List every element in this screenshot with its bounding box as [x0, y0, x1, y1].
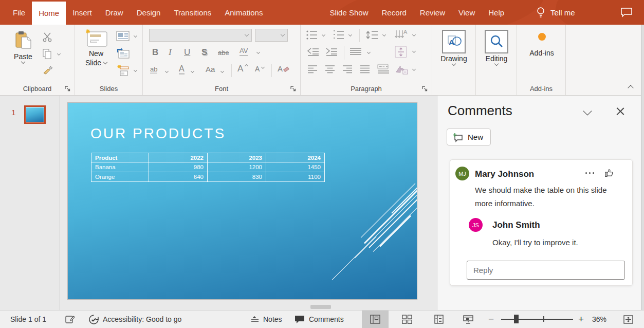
layout-button[interactable]	[116, 31, 130, 41]
copy-button[interactable]	[42, 48, 52, 60]
line-spacing-button[interactable]	[365, 29, 379, 41]
font-color-button[interactable]: A	[179, 65, 185, 75]
bullets-button[interactable]	[306, 30, 318, 40]
decrease-indent-button[interactable]	[307, 47, 319, 57]
like-icon[interactable]	[604, 168, 614, 177]
highlight-button[interactable]: ab	[150, 66, 157, 74]
slideshow-button[interactable]	[463, 311, 474, 328]
table-header-cell[interactable]: Product	[91, 153, 149, 162]
align-text-chevron-icon[interactable]	[412, 49, 416, 53]
display-settings-icon[interactable]	[65, 311, 75, 328]
drawing-button[interactable]: A Drawing	[439, 30, 468, 65]
align-left-button[interactable]	[307, 65, 318, 74]
slide-sorter-view-button[interactable]	[394, 311, 420, 328]
zoom-level[interactable]: 36%	[592, 311, 606, 328]
more-options-icon[interactable]	[585, 172, 594, 174]
zoom-slider-track[interactable]	[501, 319, 573, 320]
zoom-slider-thumb[interactable]	[514, 315, 519, 323]
font-dialog-launcher[interactable]	[290, 85, 297, 92]
increase-indent-button[interactable]	[325, 47, 338, 57]
section-chevron-icon[interactable]	[134, 68, 137, 72]
chevron-down-icon[interactable]	[583, 107, 592, 116]
table-cell[interactable]: 980	[149, 162, 208, 172]
columns-button[interactable]	[349, 47, 362, 57]
table-cell[interactable]: 1200	[208, 162, 266, 172]
comment-card[interactable]: MJ Mary Johnson We should make the table…	[450, 159, 633, 286]
table-cell[interactable]: Orange	[91, 172, 149, 182]
numbering-button[interactable]	[333, 30, 345, 40]
text-direction-chevron-icon[interactable]	[412, 33, 416, 37]
underline-button[interactable]: U	[184, 48, 190, 57]
tell-me[interactable]: Tell me	[536, 0, 575, 25]
table-cell[interactable]: 1100	[266, 172, 325, 182]
shrink-font-button[interactable]: A	[255, 65, 260, 72]
tab-animations[interactable]: Animations	[218, 0, 269, 25]
distribute-button[interactable]	[377, 64, 390, 75]
table-cell[interactable]: 830	[208, 172, 266, 182]
section-button[interactable]	[116, 64, 130, 77]
tab-draw[interactable]: Draw	[99, 0, 130, 25]
new-slide-button[interactable]: New Slide	[80, 29, 112, 67]
zoom-out-button[interactable]: −	[488, 311, 494, 328]
tab-slide-show[interactable]: Slide Show	[323, 0, 375, 25]
line-spacing-chevron-icon[interactable]	[382, 33, 386, 37]
slide-counter[interactable]: Slide 1 of 1	[10, 311, 46, 328]
format-painter-button[interactable]	[42, 66, 53, 76]
columns-chevron-icon[interactable]	[367, 50, 371, 54]
text-shadow-button[interactable]: S	[201, 48, 207, 57]
notes-toggle[interactable]: Notes	[250, 311, 282, 328]
tab-home[interactable]: Home	[32, 2, 66, 25]
table-header-cell[interactable]: 2022	[149, 153, 208, 162]
font-name-combo[interactable]	[149, 29, 252, 42]
table-cell[interactable]: Banana	[91, 162, 149, 172]
feedback-icon[interactable]	[620, 7, 633, 17]
tab-transitions[interactable]: Transitions	[167, 0, 218, 25]
char-spacing-chevron-icon[interactable]	[256, 50, 260, 54]
reset-slide-button[interactable]	[116, 47, 130, 60]
slide-canvas[interactable]: OUR PRODUCTS Product 2022 2023 2024 Bana…	[67, 102, 417, 300]
reading-view-button[interactable]	[426, 311, 452, 328]
cut-button[interactable]	[42, 32, 53, 42]
highlight-chevron-icon[interactable]	[165, 69, 169, 73]
tab-review[interactable]: Review	[413, 0, 452, 25]
tab-insert[interactable]: Insert	[66, 0, 99, 25]
font-size-combo[interactable]	[255, 29, 288, 42]
table-cell[interactable]: 640	[149, 172, 208, 182]
align-right-button[interactable]	[342, 65, 353, 74]
strikethrough-button[interactable]: abe	[218, 49, 229, 56]
smartart-button[interactable]	[395, 65, 409, 75]
slide-title[interactable]: OUR PRODUCTS	[90, 125, 226, 142]
numbering-chevron-icon[interactable]	[348, 33, 352, 37]
table-header-cell[interactable]: 2023	[208, 153, 266, 162]
tab-design[interactable]: Design	[130, 0, 168, 25]
table-cell[interactable]: 1450	[266, 162, 325, 172]
char-spacing-button[interactable]: AV	[240, 47, 248, 56]
italic-button[interactable]: I	[169, 48, 172, 57]
vertical-scrollbar[interactable]	[641, 25, 644, 310]
change-case-button[interactable]: Aa	[206, 65, 215, 73]
accessibility-checker[interactable]: Accessibility: Good to go	[88, 311, 181, 328]
slide-thumbnail[interactable]	[24, 105, 46, 124]
paragraph-dialog-launcher[interactable]	[421, 85, 428, 92]
paste-button[interactable]: Paste	[9, 31, 37, 63]
collapse-ribbon-icon[interactable]	[628, 85, 633, 90]
tab-help[interactable]: Help	[482, 0, 511, 25]
normal-view-button[interactable]	[362, 311, 389, 328]
layout-chevron-icon[interactable]	[134, 34, 137, 38]
new-comment-button[interactable]: New	[447, 129, 491, 145]
clear-formatting-button[interactable]: A	[278, 65, 283, 72]
align-center-button[interactable]	[324, 65, 336, 74]
align-text-button[interactable]	[394, 45, 409, 59]
change-case-chevron-icon[interactable]	[220, 69, 224, 73]
copy-chevron-icon[interactable]	[57, 52, 61, 56]
tab-file[interactable]: File	[6, 0, 32, 25]
fit-to-window-button[interactable]	[623, 311, 634, 328]
editing-button[interactable]: Editing	[482, 30, 511, 65]
font-color-chevron-icon[interactable]	[191, 69, 194, 73]
comments-toggle[interactable]: Comments	[294, 311, 344, 328]
bullets-chevron-icon[interactable]	[322, 33, 325, 37]
bold-button[interactable]: B	[152, 48, 158, 57]
table-header-cell[interactable]: 2024	[266, 153, 325, 162]
text-direction-button[interactable]: A	[394, 29, 409, 41]
addins-button[interactable]: Add-ins	[525, 33, 558, 57]
